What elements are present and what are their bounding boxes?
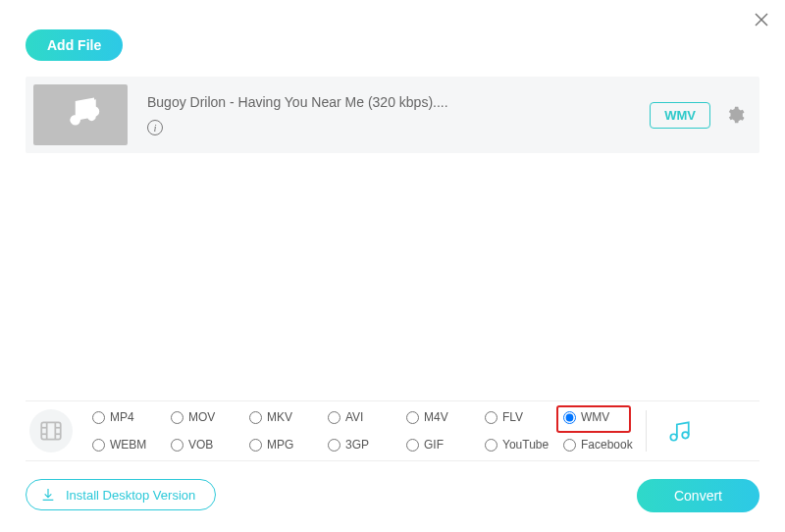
format-radio-youtube[interactable]: YouTube <box>485 438 563 452</box>
panel-separator <box>646 410 647 452</box>
format-radio-mpg[interactable]: MPG <box>249 438 328 452</box>
format-radio-mp4[interactable]: MP4 <box>92 410 171 424</box>
output-format-badge[interactable]: WMV <box>650 102 710 129</box>
format-radio-mov[interactable]: MOV <box>171 410 249 424</box>
format-label: M4V <box>424 410 448 424</box>
format-label: MP4 <box>110 410 134 424</box>
svg-point-9 <box>670 434 677 441</box>
format-label: GIF <box>424 438 444 452</box>
install-desktop-button[interactable]: Install Desktop Version <box>26 479 216 510</box>
format-label: 3GP <box>345 438 369 452</box>
format-label: Facebook <box>581 438 633 452</box>
format-panel: MP4 MOV MKV AVI M4V FLV WMV WEBM VOB MPG… <box>26 400 759 461</box>
format-radio-grid: MP4 MOV MKV AVI M4V FLV WMV WEBM VOB MPG… <box>92 406 642 455</box>
audio-category-icon[interactable] <box>664 416 694 446</box>
settings-gear-icon[interactable] <box>724 104 746 126</box>
format-label: FLV <box>502 410 523 424</box>
add-file-button[interactable]: Add File <box>26 29 123 61</box>
download-icon <box>40 487 56 503</box>
svg-point-10 <box>682 432 689 439</box>
format-label: VOB <box>188 438 213 452</box>
format-label: MPG <box>267 438 293 452</box>
format-radio-3gp[interactable]: 3GP <box>328 438 406 452</box>
format-radio-flv[interactable]: FLV <box>485 410 563 424</box>
install-label: Install Desktop Version <box>66 488 195 503</box>
format-radio-facebook[interactable]: Facebook <box>563 438 642 452</box>
format-radio-gif[interactable]: GIF <box>406 438 485 452</box>
format-label: MKV <box>267 410 292 424</box>
format-label: WEBM <box>110 438 146 452</box>
close-button[interactable] <box>752 10 771 29</box>
file-title: Bugoy Drilon - Having You Near Me (320 k… <box>147 94 650 110</box>
format-radio-avi[interactable]: AVI <box>328 410 406 424</box>
format-label: WMV <box>581 410 609 424</box>
info-icon[interactable]: i <box>147 120 163 135</box>
svg-rect-2 <box>41 422 61 439</box>
video-category-icon[interactable] <box>29 409 73 452</box>
convert-button[interactable]: Convert <box>637 479 759 512</box>
file-item: Bugoy Drilon - Having You Near Me (320 k… <box>26 77 759 153</box>
format-label: AVI <box>345 410 363 424</box>
format-radio-m4v[interactable]: M4V <box>406 410 485 424</box>
music-thumbnail-icon <box>33 84 128 145</box>
format-radio-mkv[interactable]: MKV <box>249 410 328 424</box>
format-label: YouTube <box>502 438 549 452</box>
format-radio-vob[interactable]: VOB <box>171 438 249 452</box>
format-radio-wmv[interactable]: WMV <box>563 410 642 424</box>
format-radio-webm[interactable]: WEBM <box>92 438 171 452</box>
format-label: MOV <box>188 410 215 424</box>
